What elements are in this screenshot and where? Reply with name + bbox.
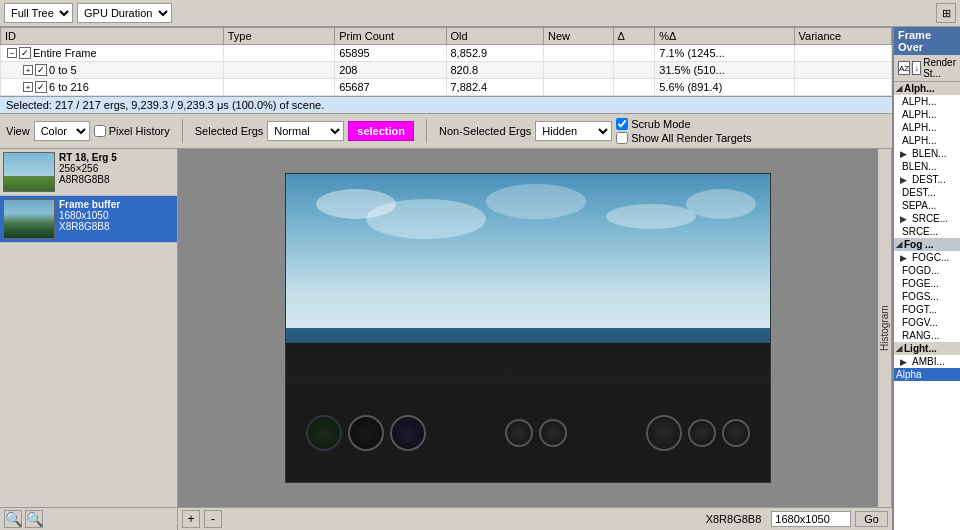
thumb-zoom-out-btn[interactable]: 🔍: [25, 510, 43, 528]
go-button[interactable]: Go: [855, 511, 888, 527]
selection-button[interactable]: selection: [348, 121, 414, 141]
row-id: − Entire Frame: [1, 45, 224, 62]
tree-item[interactable]: ▶ SRCE...: [894, 212, 960, 225]
right-panel-subheader: AZ ↓ Render St...: [894, 55, 960, 82]
row-primcount: 65687: [335, 79, 446, 96]
row-checkbox[interactable]: [35, 81, 47, 93]
tree-arrow-fog: ◢: [896, 240, 902, 249]
gauge3: [390, 415, 426, 451]
col-header-type: Type: [223, 28, 334, 45]
tree-item[interactable]: FOGD...: [894, 264, 960, 277]
thumbnail-format-selected: X8R8G8B8: [59, 221, 120, 232]
tree-group-fog[interactable]: ◢ Fog ...: [894, 238, 960, 251]
tree-arrow-light: ◢: [896, 344, 902, 353]
thumbnail-image: [3, 152, 55, 192]
row-checkbox[interactable]: [19, 47, 31, 59]
thumbnail-panel: RT 18, Erg 5 256×256 A8R8G8B8 Frame buff…: [0, 149, 178, 530]
table-row[interactable]: + 6 to 216 65687 7,882.4 5.6% (891.4): [1, 79, 892, 96]
zoom-in-button[interactable]: +: [182, 510, 200, 528]
pixel-history-label[interactable]: Pixel History: [94, 125, 170, 137]
left-panel: ID Type Prim Count Old New Δ %Δ Variance: [0, 27, 892, 530]
row-primcount: 208: [335, 62, 446, 79]
gauge6: [646, 415, 682, 451]
content-viewer-wrap: Histogram + - X8R8G8B8 Go: [178, 149, 892, 530]
normal-select[interactable]: Normal Wireframe Overdraw: [267, 121, 344, 141]
table-row[interactable]: − Entire Frame 65895 8,852.9 7.1% (1245.…: [1, 45, 892, 62]
tree-item[interactable]: FOGS...: [894, 290, 960, 303]
tree-item[interactable]: SRCE...: [894, 225, 960, 238]
cloud2: [366, 199, 486, 239]
non-selected-ergs-label: Non-Selected Ergs: [439, 125, 531, 137]
gauge4: [505, 419, 533, 447]
thumbnail-item-selected[interactable]: Frame buffer 1680x1050 X8R8G8B8: [0, 196, 177, 243]
main-viewer[interactable]: [178, 149, 878, 507]
tree-item-highlight[interactable]: Alpha: [894, 368, 960, 381]
tree-item[interactable]: ▶ FOGC...: [894, 251, 960, 264]
cloud5: [686, 189, 756, 219]
tree-group-alpha[interactable]: ◢ Alph...: [894, 82, 960, 95]
right-tree: ◢ Alph... ALPH... ALPH... ALPH... ALPH..…: [894, 82, 960, 530]
tree-item[interactable]: RANG...: [894, 329, 960, 342]
table-row[interactable]: + 0 to 5 208 820.8 31.5% (510...: [1, 62, 892, 79]
tree-item[interactable]: ▶ AMBI...: [894, 355, 960, 368]
tree-view-select[interactable]: Full Tree Flat List: [4, 3, 73, 23]
cockpit-dash: [286, 385, 770, 482]
tree-item[interactable]: ▶ BLEN...: [894, 147, 960, 160]
row-new: [543, 45, 613, 62]
dimensions-input[interactable]: [771, 511, 851, 527]
expand-btn[interactable]: +: [23, 82, 33, 92]
row-primcount: 65895: [335, 45, 446, 62]
zoom-out-button[interactable]: -: [204, 510, 222, 528]
metric-select[interactable]: GPU Duration CPU Duration: [77, 3, 172, 23]
data-table: ID Type Prim Count Old New Δ %Δ Variance: [0, 27, 892, 96]
content-area: RT 18, Erg 5 256×256 A8R8G8B8 Frame buff…: [0, 149, 892, 530]
col-header-delta: Δ: [613, 28, 655, 45]
row-checkbox[interactable]: [35, 64, 47, 76]
gauge5: [539, 419, 567, 447]
panel-icon[interactable]: ⊞: [936, 3, 956, 23]
show-all-targets-label[interactable]: Show All Render Targets: [616, 132, 751, 144]
tree-item[interactable]: DEST...: [894, 186, 960, 199]
col-header-variance: Variance: [794, 28, 891, 45]
pixel-history-checkbox[interactable]: [94, 125, 106, 137]
row-variance: [794, 79, 891, 96]
format-label: X8R8G8B8: [700, 513, 768, 525]
hidden-select[interactable]: Hidden Wireframe Show All: [535, 121, 612, 141]
histogram-strip[interactable]: Histogram: [878, 149, 892, 507]
tree-item[interactable]: SEPA...: [894, 199, 960, 212]
col-header-pctdelta: %Δ: [655, 28, 794, 45]
tree-item[interactable]: FOGE...: [894, 277, 960, 290]
scrub-mode-label[interactable]: Scrub Mode: [616, 118, 751, 130]
row-variance: [794, 45, 891, 62]
tree-item[interactable]: FOGV...: [894, 316, 960, 329]
tree-item[interactable]: FOGT...: [894, 303, 960, 316]
thumbnail-dimensions-selected: 1680x1050: [59, 210, 120, 221]
sort-az-icon[interactable]: AZ: [898, 61, 910, 75]
thumb-zoom-in-btn[interactable]: 🔍: [4, 510, 22, 528]
row-type: [223, 79, 334, 96]
scrub-mode-checkbox[interactable]: [616, 118, 628, 130]
cloud3: [486, 184, 586, 219]
tree-item[interactable]: ALPH...: [894, 134, 960, 147]
expand-btn[interactable]: +: [23, 65, 33, 75]
thumbnail-format: A8R8G8B8: [59, 174, 117, 185]
viewer-bottom: + - X8R8G8B8 Go: [178, 507, 892, 530]
tree-item[interactable]: ALPH...: [894, 108, 960, 121]
right-panel-header: Frame Over: [894, 27, 960, 55]
sort-za-icon[interactable]: ↓: [912, 61, 921, 75]
controls-row: View Color Alpha Depth Pixel History Sel…: [0, 114, 892, 149]
color-select[interactable]: Color Alpha Depth: [34, 121, 90, 141]
col-header-primcount: Prim Count: [335, 28, 446, 45]
expand-btn[interactable]: −: [7, 48, 17, 58]
tree-item[interactable]: ALPH...: [894, 95, 960, 108]
show-all-targets-checkbox[interactable]: [616, 132, 628, 144]
row-type: [223, 62, 334, 79]
thumbnail-item[interactable]: RT 18, Erg 5 256×256 A8R8G8B8: [0, 149, 177, 196]
tree-group-light[interactable]: ◢ Light...: [894, 342, 960, 355]
tree-item[interactable]: ▶ DEST...: [894, 173, 960, 186]
row-pctdelta: 5.6% (891.4): [655, 79, 794, 96]
tree-item[interactable]: BLEN...: [894, 160, 960, 173]
status-text: Selected: 217 / 217 ergs, 9,239.3 / 9,23…: [6, 99, 324, 111]
tree-item[interactable]: ALPH...: [894, 121, 960, 134]
flight-scene: [285, 173, 771, 483]
